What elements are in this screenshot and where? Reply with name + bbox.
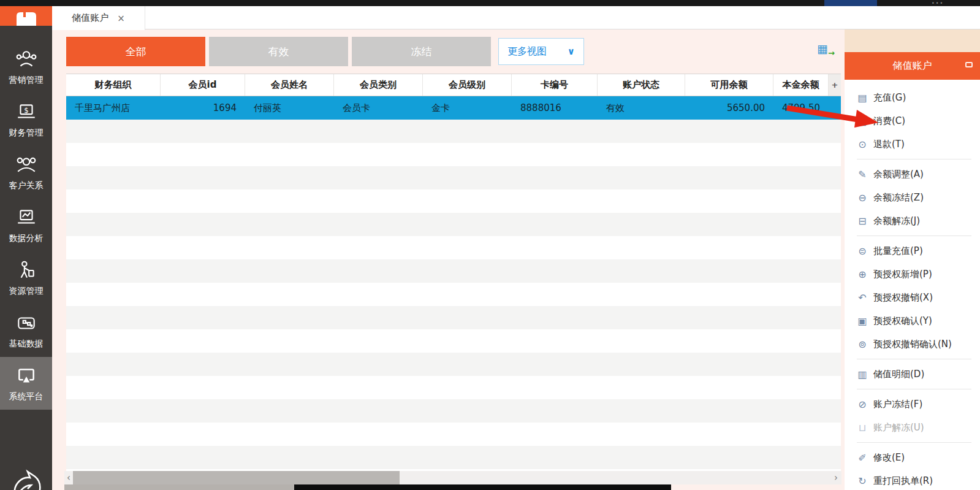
cell-plus-spacer: [829, 96, 841, 120]
cell-org: 千里马广州店: [66, 96, 161, 120]
sidebar-item-analytics[interactable]: 数据分析: [0, 199, 52, 251]
panel-title: 储值账户: [893, 59, 932, 72]
tab-stored-value-account[interactable]: 储值账户 ×: [52, 6, 145, 30]
sidebar-item-label: 基础数据: [9, 339, 44, 350]
scroll-left-icon[interactable]: ‹: [64, 471, 73, 484]
sidebar-item-label: 系统平台: [9, 391, 44, 402]
menu-divider: [857, 159, 971, 159]
balance-freeze-icon: ⊖: [857, 192, 868, 204]
sidebar-item-system[interactable]: 系统平台: [0, 357, 52, 410]
preauth-cancel-confirm-icon: ⊚: [857, 339, 868, 350]
content-area: 全部 有效 冻结 更多视图 ∨ ▦ → 财务组织 会员id 会员姓名 会员类别: [52, 29, 841, 490]
sidebar-item-basedata[interactable]: 基础数据: [0, 304, 52, 357]
col-header-principal[interactable]: 本金余额: [773, 74, 829, 96]
action-menu: ▤ 充值(G) ◪ 消费(C) ⊙ 退款(T) ✎ 余额调整(A) ⊖: [845, 80, 980, 490]
col-header-available[interactable]: 可用余额: [685, 74, 773, 96]
menu-item-account-freeze[interactable]: ⊘ 账户冻结(F): [857, 392, 980, 416]
tab-label: 储值账户: [72, 12, 108, 24]
analytics-icon: [15, 207, 37, 229]
stored-value-detail-icon: ▥: [857, 369, 868, 380]
cell-status: 有效: [598, 96, 685, 120]
scrollbar-thumb[interactable]: [73, 471, 400, 484]
menu-divider: [857, 442, 971, 443]
accounts-table: 财务组织 会员id 会员姓名 会员类别 会员级别 卡编号 账户状态 可用余额 本…: [66, 74, 841, 120]
cell-member-id: 1694: [161, 96, 245, 120]
table-row-selected[interactable]: 千里马广州店 1694 付丽英 会员卡 金卡 8888016 有效 5650.0…: [66, 96, 841, 120]
menu-item-consume[interactable]: ◪ 消费(C): [857, 109, 980, 132]
more-views-dropdown[interactable]: 更多视图 ∨: [498, 38, 584, 65]
app-logo[interactable]: [0, 6, 52, 26]
menu-item-modify[interactable]: ✐ 修改(E): [857, 446, 980, 469]
more-views-label: 更多视图: [507, 45, 547, 58]
filter-toolbar: 全部 有效 冻结 更多视图 ∨ ▦ →: [66, 37, 841, 66]
horizontal-scrollbar[interactable]: ‹ ›: [64, 471, 841, 484]
cell-available-balance: 5650.00: [685, 96, 773, 120]
menu-item-stored-value-detail[interactable]: ▥ 储值明细(D): [857, 362, 980, 386]
os-top-bar-highlight: [824, 0, 877, 6]
menu-item-balance-adjust[interactable]: ✎ 余额调整(A): [857, 163, 980, 186]
finance-icon: $: [15, 101, 37, 123]
menu-item-batch-recharge[interactable]: ⊜ 批量充值(P): [857, 239, 980, 262]
pin-icon[interactable]: [965, 62, 973, 67]
empty-table-rows: [66, 120, 841, 471]
customer-icon: [15, 154, 37, 176]
menu-divider: [857, 235, 971, 236]
marketing-icon: [15, 48, 37, 71]
sidebar-item-customer[interactable]: 客户关系: [0, 146, 52, 199]
resource-icon: [15, 259, 37, 281]
col-header-member-id[interactable]: 会员id: [161, 74, 245, 96]
menu-divider: [857, 359, 971, 359]
cell-name: 付丽英: [245, 96, 334, 120]
basedata-icon: [15, 312, 37, 334]
system-icon: [15, 365, 37, 387]
sidebar-item-label: 营销管理: [9, 75, 44, 86]
reprint-receipt-icon: ↻: [857, 475, 868, 487]
col-header-category[interactable]: 会员类别: [334, 74, 423, 96]
cell-category: 会员卡: [334, 96, 423, 120]
consume-icon: ◪: [857, 115, 868, 127]
filter-valid-button[interactable]: 有效: [209, 37, 348, 66]
panel-title-bar: 储值账户: [845, 52, 980, 80]
account-freeze-icon: ⊘: [857, 399, 868, 410]
preauth-confirm-icon: ▣: [857, 315, 868, 327]
menu-item-recharge[interactable]: ▤ 充值(G): [857, 86, 980, 109]
col-header-level[interactable]: 会员级别: [423, 74, 512, 96]
sidebar-item-finance[interactable]: $ 财务管理: [0, 93, 52, 146]
menu-item-balance-unfreeze[interactable]: ⊟ 余额解冻(J): [857, 209, 980, 232]
account-unfreeze-icon: ⊔: [857, 422, 868, 434]
menu-item-account-unfreeze: ⊔ 账户解冻(U): [857, 416, 980, 439]
sidebar-item-marketing[interactable]: 营销管理: [0, 40, 52, 93]
menu-item-preauth-cancel[interactable]: ↶ 预授权撤销(X): [857, 286, 980, 309]
col-header-org[interactable]: 财务组织: [66, 74, 161, 96]
preauth-add-icon: ⊕: [857, 269, 868, 280]
sidebar: 营销管理 $ 财务管理 客户关系 数据分析 资源管理: [0, 6, 52, 490]
cell-level: 金卡: [423, 96, 512, 120]
col-header-name[interactable]: 会员姓名: [245, 74, 334, 96]
sidebar-item-label: 财务管理: [9, 128, 44, 139]
tab-bar: 储值账户 ×: [52, 6, 980, 29]
sidebar-item-resource[interactable]: 资源管理: [0, 251, 52, 304]
preauth-cancel-icon: ↶: [857, 292, 868, 304]
sidebar-item-label: 客户关系: [9, 180, 44, 191]
col-header-card-no[interactable]: 卡编号: [512, 74, 598, 96]
menu-item-balance-freeze[interactable]: ⊖ 余额冻结(Z): [857, 186, 980, 209]
export-grid-icon[interactable]: ▦ →: [817, 42, 833, 56]
menu-item-reprint-receipt[interactable]: ↻ 重打回执单(R): [857, 469, 980, 490]
col-header-status[interactable]: 账户状态: [598, 74, 685, 96]
menu-item-preauth-add[interactable]: ⊕ 预授权新增(P): [857, 262, 980, 286]
menu-item-preauth-cancel-confirm[interactable]: ⊚ 预授权撤销确认(N): [857, 332, 980, 356]
batch-recharge-icon: ⊜: [857, 245, 868, 257]
balance-adjust-icon: ✎: [857, 169, 868, 180]
action-panel: 储值账户 ▤ 充值(G) ◪ 消费(C) ⊙ 退款(T) ✎: [841, 29, 980, 490]
menu-item-refund[interactable]: ⊙ 退款(T): [857, 132, 980, 156]
filter-frozen-button[interactable]: 冻结: [352, 37, 491, 66]
tab-close-icon[interactable]: ×: [117, 13, 125, 24]
cell-card-no: 8888016: [512, 96, 598, 120]
table-header-row: 财务组织 会员id 会员姓名 会员类别 会员级别 卡编号 账户状态 可用余额 本…: [66, 74, 841, 96]
menu-divider: [857, 389, 971, 389]
add-column-button[interactable]: +: [829, 74, 841, 96]
filter-all-button[interactable]: 全部: [66, 37, 205, 66]
menu-item-preauth-confirm[interactable]: ▣ 预授权确认(Y): [857, 309, 980, 332]
os-top-bar-dots: •••: [932, 1, 944, 6]
scroll-right-icon[interactable]: ›: [832, 471, 840, 484]
